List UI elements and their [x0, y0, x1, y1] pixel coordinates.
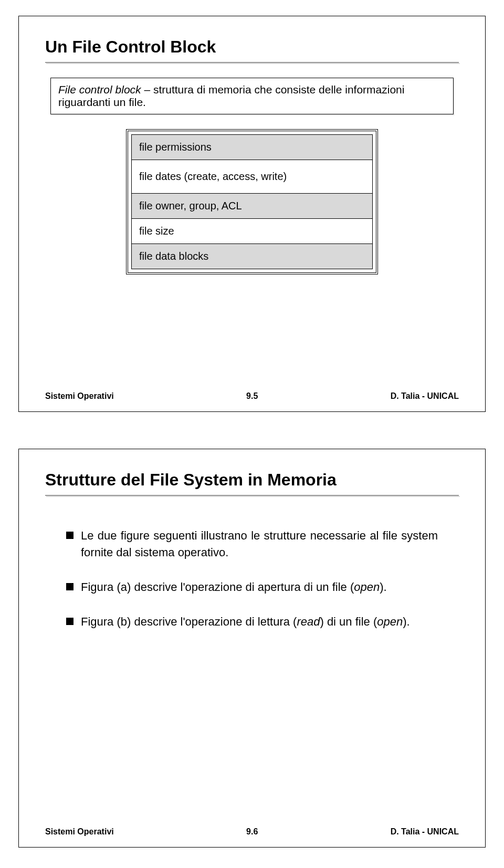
slide-1: Un File Control Block File control block…	[18, 16, 486, 412]
fcb-row-permissions: file permissions	[132, 135, 373, 160]
bullet-3: Figura (b) descrive l'operazione di lett…	[66, 613, 438, 630]
bullet-list: Le due figure seguenti illustrano le str…	[66, 527, 438, 630]
footer-left: Sistemi Operativi	[45, 391, 114, 401]
slide-title: Strutture del File System in Memoria	[45, 470, 459, 490]
slide-footer: Sistemi Operativi D. Talia - UNICAL 9.6	[45, 827, 459, 837]
bullet-1-text: Le due figure seguenti illustrano le str…	[81, 529, 438, 559]
bullet-3-italic2: open	[377, 615, 403, 628]
fcb-row-size: file size	[132, 219, 373, 244]
slide-footer: Sistemi Operativi D. Talia - UNICAL 9.5	[45, 391, 459, 401]
bullet-3-prefix: Figura (b) descrive l'operazione di lett…	[81, 615, 297, 628]
fcb-table: file permissions file dates (create, acc…	[131, 134, 373, 269]
bullet-2: Figura (a) descrive l'operazione di aper…	[66, 579, 438, 596]
footer-left: Sistemi Operativi	[45, 827, 114, 837]
slide-title: Un File Control Block	[45, 37, 459, 57]
bullet-1: Le due figure seguenti illustrano le str…	[66, 527, 438, 561]
bullet-2-prefix: Figura (a) descrive l'operazione di aper…	[81, 580, 354, 594]
definition-box: File control block – struttura di memori…	[50, 78, 454, 114]
fcb-row-dates: file dates (create, access, write)	[132, 160, 373, 194]
footer-right: D. Talia - UNICAL	[391, 391, 459, 401]
title-underline	[45, 495, 459, 496]
definition-term: File control block	[58, 83, 141, 96]
bullet-2-italic: open	[354, 580, 380, 594]
bullet-3-suffix: ).	[403, 615, 410, 628]
bullet-3-italic: read	[297, 615, 320, 628]
bullet-2-suffix: ).	[380, 580, 386, 594]
fcb-diagram: file permissions file dates (create, acc…	[126, 129, 378, 274]
bullet-3-mid: ) di un file (	[320, 615, 377, 628]
fcb-row-owner: file owner, group, ACL	[132, 194, 373, 219]
slide-2: Strutture del File System in Memoria Le …	[18, 449, 486, 848]
title-underline	[45, 62, 459, 63]
footer-right: D. Talia - UNICAL	[391, 827, 459, 837]
fcb-row-blocks: file data blocks	[132, 244, 373, 269]
